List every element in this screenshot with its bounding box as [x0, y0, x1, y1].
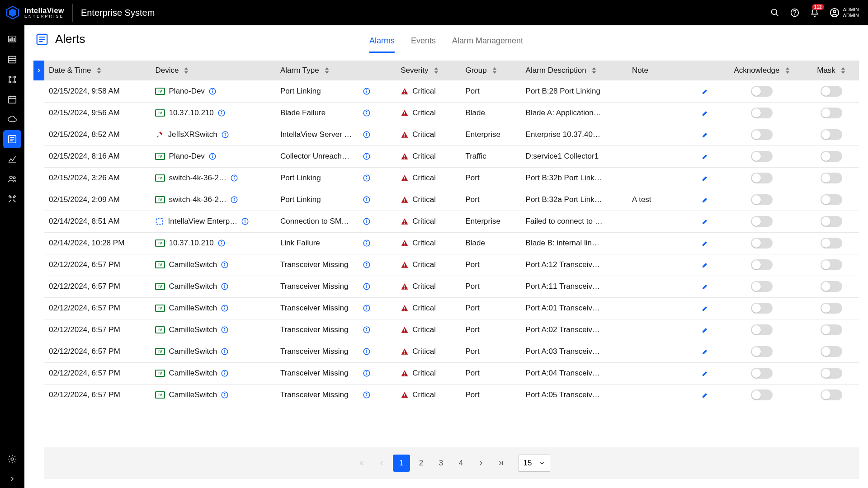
mask-toggle[interactable] [821, 194, 842, 205]
mask-toggle[interactable] [821, 346, 842, 357]
sidebar-expand-icon[interactable] [3, 470, 21, 488]
notifications-icon[interactable]: 112 [810, 8, 820, 18]
acknowledge-toggle[interactable] [751, 238, 773, 249]
page-4-button[interactable]: 4 [453, 455, 470, 472]
col-device[interactable]: Device [155, 66, 179, 75]
acknowledge-toggle[interactable] [751, 86, 773, 97]
info-icon[interactable] [363, 87, 371, 95]
info-icon[interactable] [363, 152, 371, 160]
edit-note-icon[interactable] [702, 218, 709, 225]
acknowledge-toggle[interactable] [751, 259, 773, 270]
acknowledge-toggle[interactable] [751, 194, 773, 205]
mask-toggle[interactable] [821, 259, 842, 270]
edit-note-icon[interactable] [702, 348, 709, 355]
edit-note-icon[interactable] [702, 196, 709, 203]
info-icon[interactable] [217, 109, 226, 117]
col-acknowledge[interactable]: Acknowledge [734, 66, 779, 75]
info-icon[interactable] [221, 391, 229, 399]
sort-icon[interactable] [592, 67, 596, 74]
sort-icon[interactable] [325, 67, 329, 74]
sidebar-item-alerts[interactable] [3, 130, 21, 148]
col-alarm-type[interactable]: Alarm Type [280, 66, 319, 75]
acknowledge-toggle[interactable] [751, 108, 773, 118]
sidebar-item-cloud[interactable] [3, 110, 21, 128]
info-icon[interactable] [221, 369, 229, 377]
col-description[interactable]: Alarm Description [526, 66, 586, 75]
edit-note-icon[interactable] [702, 283, 709, 290]
col-severity[interactable]: Severity [401, 66, 428, 75]
info-icon[interactable] [241, 217, 249, 225]
page-2-button[interactable]: 2 [413, 455, 430, 472]
tab-events[interactable]: Events [411, 36, 436, 53]
table-expand-button[interactable] [33, 61, 44, 80]
mask-toggle[interactable] [821, 129, 842, 140]
sidebar-item-dashboard[interactable] [3, 31, 21, 49]
sidebar-item-calendar[interactable] [3, 90, 21, 108]
sort-icon[interactable] [785, 67, 790, 74]
info-icon[interactable] [221, 282, 229, 291]
mask-toggle[interactable] [821, 303, 842, 314]
info-icon[interactable] [363, 282, 371, 291]
info-icon[interactable] [208, 87, 217, 95]
edit-note-icon[interactable] [702, 370, 709, 377]
info-icon[interactable] [363, 347, 371, 356]
info-icon[interactable] [363, 217, 371, 225]
info-icon[interactable] [363, 196, 371, 204]
mask-toggle[interactable] [821, 238, 842, 249]
sort-icon[interactable] [184, 67, 189, 74]
info-icon[interactable] [221, 326, 229, 334]
sort-icon[interactable] [434, 67, 439, 74]
sidebar-item-settings[interactable] [3, 450, 21, 468]
edit-note-icon[interactable] [702, 305, 709, 312]
mask-toggle[interactable] [821, 281, 842, 292]
acknowledge-toggle[interactable] [751, 216, 773, 227]
edit-note-icon[interactable] [702, 326, 709, 333]
user-menu[interactable]: ADMIN ADMIN [830, 7, 859, 19]
info-icon[interactable] [363, 261, 371, 269]
edit-note-icon[interactable] [702, 391, 709, 399]
page-next-button[interactable] [472, 455, 490, 472]
info-icon[interactable] [363, 131, 371, 139]
info-icon[interactable] [363, 109, 371, 117]
page-1-button[interactable]: 1 [393, 455, 410, 472]
sidebar-item-analytics[interactable] [3, 150, 21, 168]
acknowledge-toggle[interactable] [751, 281, 773, 292]
info-icon[interactable] [208, 152, 217, 160]
info-icon[interactable] [217, 239, 226, 247]
acknowledge-toggle[interactable] [751, 346, 773, 357]
search-icon[interactable] [770, 8, 780, 18]
info-icon[interactable] [363, 304, 371, 312]
acknowledge-toggle[interactable] [751, 368, 773, 379]
acknowledge-toggle[interactable] [751, 324, 773, 335]
sort-icon[interactable] [97, 67, 101, 74]
sidebar-item-users[interactable] [3, 170, 21, 188]
sidebar-item-tools[interactable] [3, 190, 21, 208]
mask-toggle[interactable] [821, 86, 842, 97]
mask-toggle[interactable] [821, 173, 842, 183]
info-icon[interactable] [230, 174, 238, 182]
info-icon[interactable] [363, 369, 371, 377]
col-mask[interactable]: Mask [817, 66, 835, 75]
edit-note-icon[interactable] [702, 88, 709, 95]
edit-note-icon[interactable] [702, 153, 709, 160]
info-icon[interactable] [363, 174, 371, 182]
acknowledge-toggle[interactable] [751, 129, 773, 140]
sidebar-item-list[interactable] [3, 51, 21, 69]
mask-toggle[interactable] [821, 108, 842, 118]
edit-note-icon[interactable] [702, 109, 709, 117]
info-icon[interactable] [221, 304, 229, 312]
page-prev-button[interactable] [373, 455, 390, 472]
info-icon[interactable] [363, 239, 371, 247]
info-icon[interactable] [221, 261, 229, 269]
info-icon[interactable] [363, 326, 371, 334]
sort-icon[interactable] [841, 67, 845, 74]
acknowledge-toggle[interactable] [751, 303, 773, 314]
info-icon[interactable] [221, 347, 229, 356]
info-icon[interactable] [363, 391, 371, 399]
edit-note-icon[interactable] [702, 174, 709, 182]
sort-icon[interactable] [492, 67, 497, 74]
acknowledge-toggle[interactable] [751, 173, 773, 183]
tab-alarm-management[interactable]: Alarm Management [452, 36, 523, 53]
info-icon[interactable] [221, 131, 229, 139]
page-3-button[interactable]: 3 [433, 455, 450, 472]
